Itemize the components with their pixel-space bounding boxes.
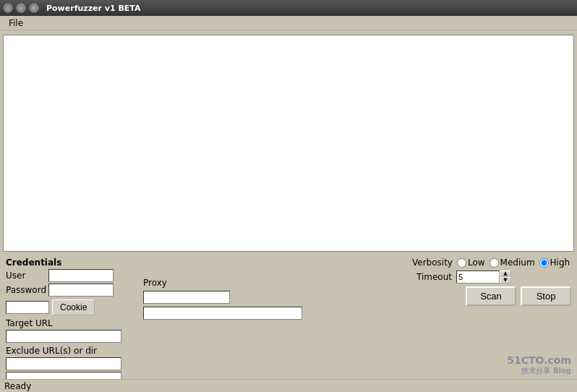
verbosity-high-label: High — [550, 257, 570, 268]
timeout-label: Timeout — [412, 272, 452, 282]
verbosity-high[interactable]: High — [539, 257, 570, 268]
maximize-button[interactable]: ∨ — [16, 3, 26, 13]
user-row: User — [6, 269, 136, 282]
action-buttons: Scan Stop — [412, 286, 571, 306]
verbosity-label: Verbosity — [412, 257, 453, 268]
timeout-decrement[interactable]: ▼ — [500, 277, 511, 284]
target-url-row — [6, 330, 136, 343]
menubar: File — [0, 16, 577, 30]
stop-button[interactable]: Stop — [521, 286, 571, 306]
timeout-input[interactable] — [456, 270, 500, 284]
verbosity-medium-label: Medium — [500, 257, 535, 268]
timeout-row: Timeout ▲ ▼ — [412, 270, 571, 284]
verbosity-low-label: Low — [468, 257, 485, 268]
exclude-input-1[interactable] — [6, 357, 121, 370]
verbosity-low-radio[interactable] — [457, 258, 466, 268]
password-row: Password — [6, 284, 136, 297]
status-text: Ready — [4, 381, 31, 391]
target-url-input[interactable] — [6, 330, 121, 343]
credentials-label: Credentials — [6, 257, 136, 268]
close-button[interactable]: ✕ — [29, 3, 39, 13]
timeout-increment[interactable]: ▲ — [500, 270, 511, 277]
verbosity-row: Verbosity Low Medium High — [412, 257, 571, 268]
credentials-section: Credentials User Password Cookie Target … — [6, 257, 136, 392]
right-section: Verbosity Low Medium High Timeout — [412, 257, 571, 306]
verbosity-medium-radio[interactable] — [490, 258, 499, 268]
minimize-button[interactable]: ∧ — [3, 3, 13, 13]
cookie-input[interactable] — [6, 301, 49, 314]
user-label: User — [6, 270, 46, 281]
timeout-spinner: ▲ ▼ — [500, 270, 511, 284]
verbosity-high-radio[interactable] — [539, 258, 549, 268]
proxy-label: Proxy — [143, 278, 167, 288]
password-input[interactable] — [48, 284, 114, 297]
menu-file[interactable]: File — [3, 17, 29, 29]
titlebar: ∧ ∨ ✕ Powerfuzzer v1 BETA — [0, 0, 577, 16]
target-url-label: Target URL — [6, 318, 136, 328]
proxy-section: Proxy — [143, 278, 302, 320]
verbosity-low[interactable]: Low — [457, 257, 485, 268]
app-title: Powerfuzzer v1 BETA — [46, 4, 141, 13]
exclude-label: Exclude URL(s) or dir — [6, 346, 136, 356]
proxy-input-1[interactable] — [143, 291, 230, 304]
user-input[interactable] — [48, 269, 114, 282]
timeout-control: ▲ ▼ — [456, 270, 511, 284]
proxy-input-2[interactable] — [143, 307, 302, 320]
verbosity-medium[interactable]: Medium — [490, 257, 535, 268]
password-label: Password — [6, 285, 46, 295]
statusbar: Ready — [0, 379, 577, 392]
output-area — [3, 35, 574, 252]
bottom-panel: Credentials User Password Cookie Target … — [0, 252, 577, 392]
scan-button[interactable]: Scan — [466, 286, 516, 306]
cookie-button[interactable]: Cookie — [52, 299, 95, 315]
cookie-row: Cookie — [6, 299, 136, 315]
